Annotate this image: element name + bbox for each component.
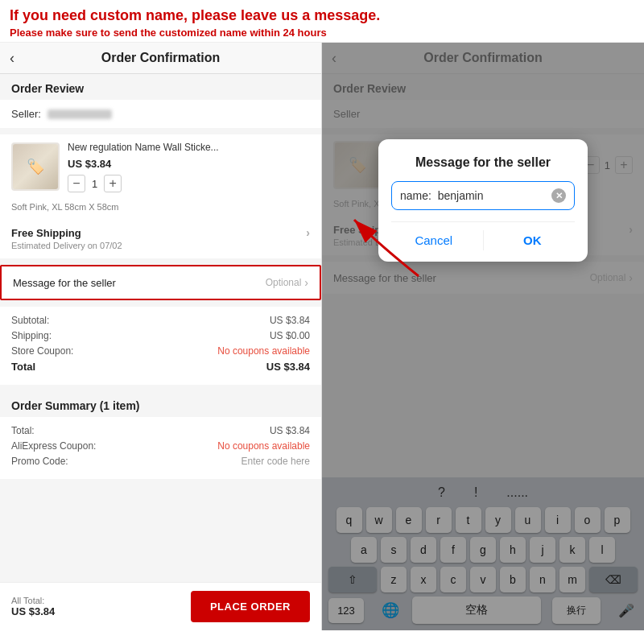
subtotal-row: Subtotal: US $3.84 bbox=[11, 315, 310, 326]
summary-total-label: Total: bbox=[11, 425, 35, 436]
promo-label: Promo Code: bbox=[11, 456, 68, 467]
dialog-input-field[interactable] bbox=[400, 189, 551, 202]
qty-value: 1 bbox=[92, 178, 97, 190]
shipping-label-row: Free Shipping › bbox=[11, 226, 310, 239]
main-title: If you need custom name, please leave us… bbox=[10, 6, 634, 25]
message-optional-text: Optional bbox=[266, 277, 302, 288]
total-row: Total US $3.84 bbox=[11, 361, 310, 373]
message-chevron-icon: › bbox=[304, 276, 308, 289]
left-seller-card: Seller: bbox=[0, 100, 321, 128]
sub-title: Please make sure to send the customized … bbox=[10, 27, 634, 39]
dialog-title: Message for the seller bbox=[391, 155, 575, 170]
order-summary-header: Order Summary (1 item) bbox=[0, 391, 321, 417]
dialog-buttons: Cancel OK bbox=[391, 221, 575, 250]
product-sticker-icon: 🏷️ bbox=[27, 158, 44, 175]
dialog-clear-x-icon: ✕ bbox=[555, 191, 563, 201]
seller-name-blur bbox=[47, 109, 112, 119]
panels-container: ‹ Order Confirmation Order Review Seller… bbox=[0, 43, 644, 630]
left-back-button[interactable]: ‹ bbox=[10, 50, 14, 67]
product-price: US $3.84 bbox=[68, 158, 310, 170]
summary-coupon-row: AliExpress Coupon: No coupons available bbox=[11, 440, 310, 452]
dialog-ok-button[interactable]: OK bbox=[490, 230, 576, 250]
dialog-input-row: ✕ bbox=[391, 181, 575, 210]
qty-minus-button[interactable]: − bbox=[68, 175, 85, 192]
qty-plus-button[interactable]: + bbox=[104, 175, 122, 192]
dialog-cancel-button[interactable]: Cancel bbox=[391, 230, 477, 250]
left-bottom-bar: All Total: US $3.84 PLACE ORDER bbox=[0, 582, 321, 630]
shipping-chevron-icon: › bbox=[306, 226, 310, 239]
dialog-button-divider bbox=[483, 230, 484, 250]
summary-coupon-value[interactable]: No coupons available bbox=[217, 440, 310, 452]
message-optional: Optional › bbox=[266, 276, 308, 289]
place-order-button[interactable]: PLACE ORDER bbox=[191, 591, 310, 622]
shipping-estimated: Estimated Delivery on 07/02 bbox=[11, 241, 310, 250]
left-order-review-header: Order Review bbox=[0, 74, 321, 100]
product-variant: Soft Pink, XL 58cm X 58cm bbox=[0, 199, 321, 218]
all-total-label: All Total: bbox=[11, 596, 55, 605]
shipping-cost-value: US $0.00 bbox=[270, 330, 310, 341]
top-banner: If you need custom name, please leave us… bbox=[0, 0, 644, 43]
product-info: New regulation Name Wall Sticke... US $3… bbox=[68, 141, 310, 192]
right-panel: ‹ Order Confirmation Order Review Seller… bbox=[322, 43, 644, 630]
coupon-row: Store Coupon: No coupons available bbox=[11, 345, 310, 357]
product-name: New regulation Name Wall Sticke... bbox=[68, 141, 310, 155]
summary-total-row: Total: US $3.84 bbox=[11, 425, 310, 436]
dialog-clear-button[interactable]: ✕ bbox=[551, 188, 566, 203]
left-product-row: 🏷️ New regulation Name Wall Sticke... US… bbox=[0, 134, 321, 199]
subtotal-value: US $3.84 bbox=[270, 315, 310, 326]
all-total-value: US $3.84 bbox=[11, 605, 55, 617]
all-total-section: All Total: US $3.84 bbox=[11, 596, 55, 617]
seller-label: Seller: bbox=[11, 108, 41, 120]
left-nav-title: Order Confirmation bbox=[101, 51, 221, 65]
left-panel: ‹ Order Confirmation Order Review Seller… bbox=[0, 43, 322, 630]
total-value: US $3.84 bbox=[266, 361, 310, 373]
left-message-card[interactable]: Message for the seller Optional › bbox=[0, 265, 321, 300]
subtotal-label: Subtotal: bbox=[11, 315, 49, 326]
left-totals-card: Subtotal: US $3.84 Shipping: US $0.00 St… bbox=[0, 307, 321, 385]
product-qty-row: − 1 + bbox=[68, 175, 310, 192]
message-label: Message for the seller bbox=[13, 277, 116, 289]
summary-coupon-label: AliExpress Coupon: bbox=[11, 440, 96, 452]
shipping-label: Free Shipping bbox=[11, 227, 81, 239]
promo-row: Promo Code: Enter code here bbox=[11, 456, 310, 467]
shipping-cost-label: Shipping: bbox=[11, 330, 52, 341]
coupon-label: Store Coupon: bbox=[11, 345, 73, 357]
seller-row: Seller: bbox=[11, 108, 310, 120]
total-label: Total bbox=[11, 361, 35, 373]
dialog-box: Message for the seller ✕ Cancel OK bbox=[378, 139, 588, 262]
coupon-value[interactable]: No coupons available bbox=[217, 345, 310, 357]
promo-input[interactable]: Enter code here bbox=[242, 456, 310, 467]
product-image-inner: 🏷️ bbox=[13, 144, 58, 189]
summary-card: Total: US $3.84 AliExpress Coupon: No co… bbox=[0, 417, 321, 479]
left-shipping-card: Free Shipping › Estimated Delivery on 07… bbox=[0, 218, 321, 258]
dialog-overlay: Message for the seller ✕ Cancel OK bbox=[322, 43, 644, 630]
left-nav-bar: ‹ Order Confirmation bbox=[0, 43, 321, 74]
product-image: 🏷️ bbox=[11, 142, 60, 191]
shipping-cost-row: Shipping: US $0.00 bbox=[11, 330, 310, 341]
summary-total-value: US $3.84 bbox=[270, 425, 310, 436]
